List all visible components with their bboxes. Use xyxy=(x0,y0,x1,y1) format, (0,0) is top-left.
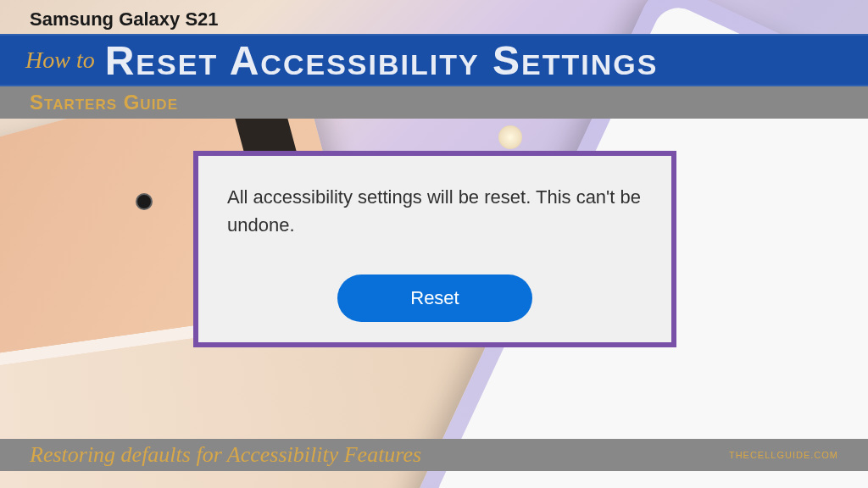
reset-confirmation-dialog: All accessibility settings will be reset… xyxy=(193,151,676,347)
title-banner: How to Reset Accessibility Settings xyxy=(0,34,868,86)
subtitle-text: Starters Guide xyxy=(30,91,178,114)
page-title: Reset Accessibility Settings xyxy=(105,37,659,84)
dialog-message: All accessibility settings will be reset… xyxy=(227,183,643,239)
device-name-label: Samsung Galaxy S21 xyxy=(30,8,219,30)
subtitle-banner: Starters Guide xyxy=(0,86,868,119)
punch-hole-decor xyxy=(136,193,153,210)
howto-prefix: How to xyxy=(25,47,95,74)
site-watermark: THECELLGUIDE.COM xyxy=(729,450,838,460)
footer-caption: Restoring defaults for Accessibility Fea… xyxy=(30,442,421,468)
camera-flash-decor xyxy=(498,125,522,149)
footer-banner: Restoring defaults for Accessibility Fea… xyxy=(0,439,868,471)
reset-button[interactable]: Reset xyxy=(337,274,532,322)
